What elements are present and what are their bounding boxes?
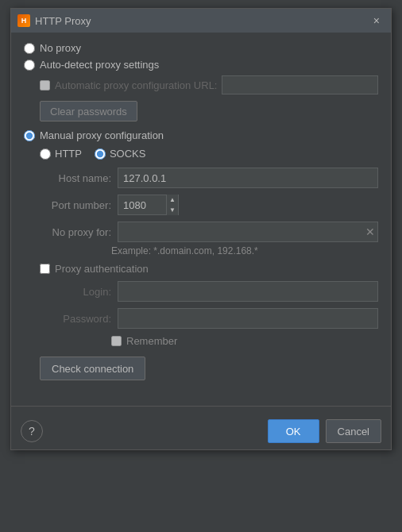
noproxy-input-wrap: ✕ <box>118 222 378 242</box>
socks-label: SOCKS <box>110 148 146 160</box>
noproxy-label: No proxy for: <box>40 226 111 238</box>
check-connection-button[interactable]: Check connection <box>40 357 145 380</box>
port-input[interactable] <box>118 197 166 214</box>
port-spinner: ▲ ▼ <box>166 195 178 215</box>
no-proxy-label: No proxy <box>40 42 81 54</box>
auto-detect-label: Auto-detect proxy settings <box>40 59 159 71</box>
example-text: Example: *.domain.com, 192.168.* <box>111 245 378 256</box>
port-up-button[interactable]: ▲ <box>167 195 178 205</box>
host-label: Host name: <box>40 172 111 184</box>
remember-checkbox[interactable] <box>111 336 122 346</box>
noproxy-input[interactable] <box>118 222 378 242</box>
http-label: HTTP <box>55 148 82 160</box>
divider <box>11 406 391 407</box>
no-proxy-row: No proxy <box>24 42 378 54</box>
help-button[interactable]: ? <box>21 420 43 442</box>
auto-detect-row: Auto-detect proxy settings <box>24 59 378 71</box>
no-proxy-radio[interactable] <box>24 43 35 54</box>
manual-proxy-label: Manual proxy configuration <box>40 129 164 141</box>
http-radio[interactable] <box>40 148 51 160</box>
host-input[interactable] <box>118 168 378 188</box>
remember-row: Remember <box>111 335 378 347</box>
socks-radio[interactable] <box>95 148 106 160</box>
title-bar: H HTTP Proxy × <box>11 9 391 33</box>
port-down-button[interactable]: ▼ <box>167 205 178 215</box>
auto-config-input[interactable] <box>222 75 378 94</box>
port-input-wrap: ▲ ▼ <box>118 195 179 215</box>
port-row: Port number: ▲ ▼ <box>40 195 378 215</box>
bottom-bar: ? OK Cancel <box>11 413 391 449</box>
http-proxy-dialog: H HTTP Proxy × No proxy Auto-detect prox… <box>10 8 392 450</box>
cancel-button[interactable]: Cancel <box>326 419 381 443</box>
password-input[interactable] <box>118 308 378 329</box>
login-input[interactable] <box>118 281 378 302</box>
noproxy-row: No proxy for: ✕ <box>40 222 378 242</box>
auto-detect-radio[interactable] <box>24 60 35 71</box>
dialog-title: HTTP Proxy <box>35 15 91 27</box>
proxy-auth-checkbox[interactable] <box>40 264 50 274</box>
ok-button[interactable]: OK <box>268 419 319 443</box>
password-row: Password: <box>40 308 378 329</box>
http-option: HTTP <box>40 148 82 160</box>
noproxy-clear-icon[interactable]: ✕ <box>365 226 375 238</box>
port-label: Port number: <box>40 199 111 211</box>
login-row: Login: <box>40 281 378 302</box>
dialog-content: No proxy Auto-detect proxy settings Auto… <box>11 33 391 399</box>
proxy-auth-row: Proxy authentication <box>40 263 378 275</box>
auto-config-label: Automatic proxy configuration URL: <box>55 79 217 91</box>
manual-proxy-row: Manual proxy configuration <box>24 129 378 141</box>
proxy-auth-label: Proxy authentication <box>55 263 149 275</box>
password-label: Password: <box>40 313 111 325</box>
manual-proxy-radio[interactable] <box>24 130 35 141</box>
socks-option: SOCKS <box>95 148 146 160</box>
remember-label: Remember <box>126 335 177 347</box>
protocol-row: HTTP SOCKS <box>40 148 378 160</box>
auto-config-row: Automatic proxy configuration URL: <box>40 75 378 94</box>
auto-config-checkbox[interactable] <box>40 80 50 91</box>
clear-passwords-button[interactable]: Clear passwords <box>40 101 137 121</box>
ok-cancel-group: OK Cancel <box>268 419 381 443</box>
app-icon: H <box>17 14 30 27</box>
login-label: Login: <box>40 286 111 298</box>
host-row: Host name: <box>40 168 378 188</box>
close-button[interactable]: × <box>369 13 385 29</box>
title-bar-left: H HTTP Proxy <box>17 14 91 27</box>
